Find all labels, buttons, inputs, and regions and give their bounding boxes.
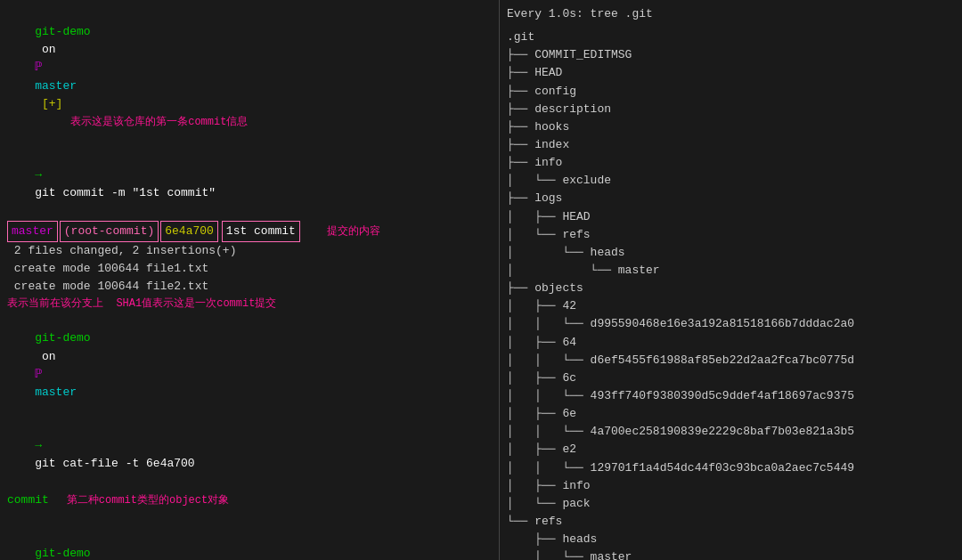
branch-symbol-1: ℙ: [35, 61, 49, 74]
commit-msg-box: 1st commit: [222, 221, 300, 242]
root-commit-box: (root-commit): [60, 221, 159, 242]
tree-obj-6e: │ ├── 6e: [507, 405, 955, 423]
username-1: git-demo: [35, 25, 90, 38]
tree-commit-editmsg: ├── COMMIT_EDITMSG: [507, 46, 955, 64]
annotation-commit-type: 第二种commit类型的object对象: [67, 492, 229, 508]
sha-box: 6e4a700: [160, 221, 218, 242]
right-terminal: Every 1.0s: tree .git .git ├── COMMIT_ED…: [499, 0, 962, 560]
tree-refs: └── refs: [507, 513, 955, 531]
cmd-text-1: git commit -m "1st commit": [35, 186, 216, 199]
tree-description: ├── description: [507, 101, 955, 118]
tree-head: ├── HEAD: [507, 64, 955, 82]
tree-obj-42: │ ├── 42: [507, 297, 955, 315]
tree-refs-heads: ├── heads: [507, 531, 955, 548]
tree-root: .git: [507, 28, 955, 46]
cmd-catfile-t: → git cat-file -t 6e4a700: [7, 419, 492, 491]
commit-type-text: commit: [7, 491, 49, 509]
tree-obj-info: │ ├── info: [507, 477, 955, 495]
prompt-line-2: git-demo on ℙ master: [7, 312, 492, 419]
tree-logs-heads: │ └── heads: [507, 244, 955, 262]
tree-obj-pack: │ └── pack: [507, 495, 955, 513]
branch-box: master: [7, 221, 58, 242]
branch-name-1: master: [35, 79, 77, 93]
cmd-commit: → git commit -m "1st commit": [7, 149, 492, 221]
files-changed: 2 files changed, 2 insertions(+): [7, 242, 492, 260]
blank-1: [7, 509, 492, 527]
commit-type-line: commit 第二种commit类型的object对象: [7, 491, 492, 509]
create-file2: create mode 100644 file2.txt: [7, 278, 492, 296]
annotation-branch-sha: 表示当前在该分支上 SHA1值表示这是一次commit提交: [7, 296, 492, 312]
annotation-first-commit: 表示这是该仓库的第一条commit信息: [70, 116, 248, 128]
tree-index: ├── index: [507, 136, 955, 154]
commit-result-line: master (root-commit) 6e4a700 1st commit …: [7, 221, 492, 242]
tree-obj-64: │ ├── 64: [507, 334, 955, 352]
tree-obj-64-hash: │ │ └── d6ef5455f61988af85eb22d2aa2fca7b…: [507, 352, 955, 369]
tree-info: ├── info: [507, 154, 955, 172]
tree-logs: ├── logs: [507, 190, 955, 207]
left-terminal: git-demo on ℙ master [+] 表示这是该仓库的第一条comm…: [0, 0, 499, 560]
tree-watch-header: Every 1.0s: tree .git: [507, 5, 955, 23]
tree-refs-heads-master: │ └── master: [507, 548, 955, 560]
tree-logs-master: │ └── master: [507, 262, 955, 280]
tree-exclude: │ └── exclude: [507, 172, 955, 190]
tree-objects: ├── objects: [507, 280, 955, 297]
prompt-line-3: git-demo on ℙ master: [7, 527, 492, 560]
tree-config: ├── config: [507, 83, 955, 101]
prompt-line-1: git-demo on ℙ master [+] 表示这是该仓库的第一条comm…: [7, 5, 492, 149]
tree-obj-6c: │ ├── 6c: [507, 369, 955, 387]
tree-logs-refs: │ └── refs: [507, 226, 955, 244]
tree-obj-e2: │ ├── e2: [507, 441, 955, 459]
tree-obj-6e-hash: │ │ └── 4a700ec258190839e2229c8baf7b03e8…: [507, 423, 955, 441]
tree-obj-e2-hash: │ │ └── 129701f1a4d54dc44f03c93bca0a2aec…: [507, 459, 955, 477]
tree-obj-6c-hash: │ │ └── 493ff740f9380390d5c9ddef4af18697…: [507, 387, 955, 405]
tree-logs-head: │ ├── HEAD: [507, 208, 955, 226]
annotation-content: 提交的内容: [327, 223, 380, 239]
create-file1: create mode 100644 file1.txt: [7, 260, 492, 278]
tree-obj-42-hash: │ │ └── d995590468e16e3a192a81518166b7dd…: [507, 315, 955, 333]
tree-hooks: ├── hooks: [507, 118, 955, 136]
dirty-flag-1: [+]: [35, 97, 62, 110]
arrow-icon-1: →: [35, 168, 49, 182]
